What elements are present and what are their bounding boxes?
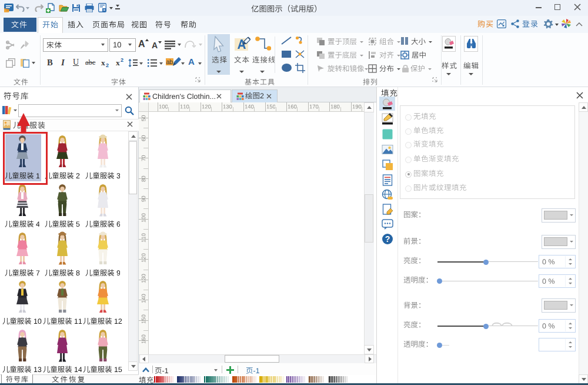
svg-text:?: ? <box>385 234 390 244</box>
